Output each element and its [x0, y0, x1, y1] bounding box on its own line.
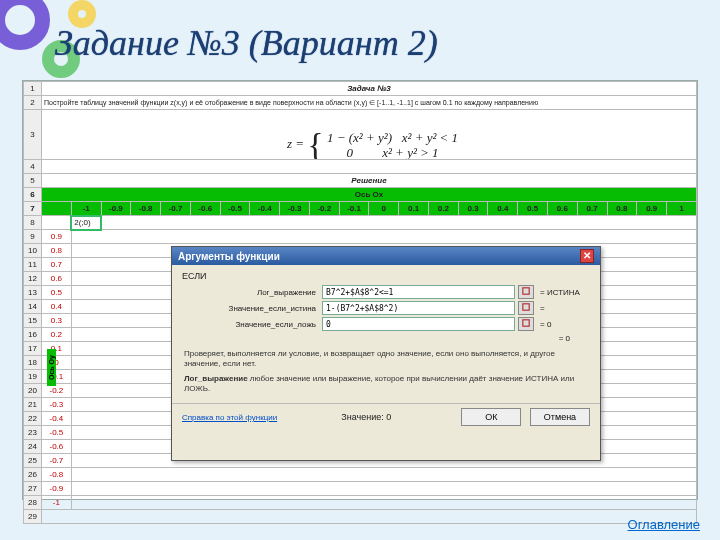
argument-description: Лог_выражение любое значение или выражен…: [184, 374, 588, 393]
formula: z = { 1 − (x² + y²) x² + y² < 1 0 x² + y…: [287, 130, 458, 160]
range-select-icon: [522, 319, 530, 329]
collapse-dialog-button[interactable]: [518, 301, 534, 315]
toc-link[interactable]: Оглавление: [628, 517, 700, 532]
close-icon: ✕: [583, 250, 591, 261]
preview-then: =: [540, 304, 590, 313]
svg-rect-2: [523, 320, 529, 326]
spreadsheet-area: 1 Задача №3 2 Постройте таблицу значений…: [22, 80, 698, 500]
collapse-dialog-button[interactable]: [518, 285, 534, 299]
help-link[interactable]: Справка по этой функции: [182, 413, 277, 422]
problem-text: Постройте таблицу значений функции z(x,y…: [42, 96, 697, 110]
dialog-title: Аргументы функции: [178, 251, 280, 262]
ok-button[interactable]: ОК: [461, 408, 521, 426]
function-arguments-dialog: Аргументы функции ✕ ЕСЛИ Лог_выражение =…: [171, 246, 601, 461]
row-header: 1: [24, 82, 42, 96]
formula-cell: z = { 1 − (x² + y²) x² + y² < 1 0 x² + y…: [42, 110, 697, 160]
range-select-icon: [522, 303, 530, 313]
function-name: ЕСЛИ: [182, 271, 590, 281]
axis-ox-label: Ось Ox: [42, 188, 697, 202]
range-select-icon: [522, 287, 530, 297]
label-value-if-false: Значение_если_ложь: [182, 320, 322, 329]
label-value-if-true: Значение_если_истина: [182, 304, 322, 313]
collapse-dialog-button[interactable]: [518, 317, 534, 331]
preview-test: = ИСТИНА: [540, 288, 590, 297]
label-logical-test: Лог_выражение: [182, 288, 322, 297]
page-title: Задание №3 (Вариант 2): [55, 22, 438, 64]
dialog-titlebar[interactable]: Аргументы функции ✕: [172, 247, 600, 265]
problem-title: Задача №3: [42, 82, 697, 96]
value-label: Значение: 0: [341, 412, 391, 422]
preview-else: = 0: [540, 320, 590, 329]
col-headers-row: 7 -1-0.9-0.8-0.7-0.6-0.5-0.4-0.3-0.2-0.1…: [24, 202, 697, 216]
function-description: Проверяет, выполняется ли условие, и воз…: [184, 349, 588, 368]
active-cell[interactable]: 2(;0): [71, 216, 101, 230]
axis-oy-label: Ось Oy: [47, 349, 56, 386]
svg-rect-0: [523, 288, 529, 294]
close-button[interactable]: ✕: [580, 249, 594, 263]
formula-result: = 0: [182, 334, 570, 343]
input-logical-test[interactable]: [322, 285, 515, 299]
input-value-if-false[interactable]: [322, 317, 515, 331]
decor-circle: [0, 0, 50, 50]
input-value-if-true[interactable]: [322, 301, 515, 315]
cancel-button[interactable]: Отмена: [530, 408, 590, 426]
solution-header: Решение: [42, 174, 697, 188]
svg-rect-1: [523, 304, 529, 310]
